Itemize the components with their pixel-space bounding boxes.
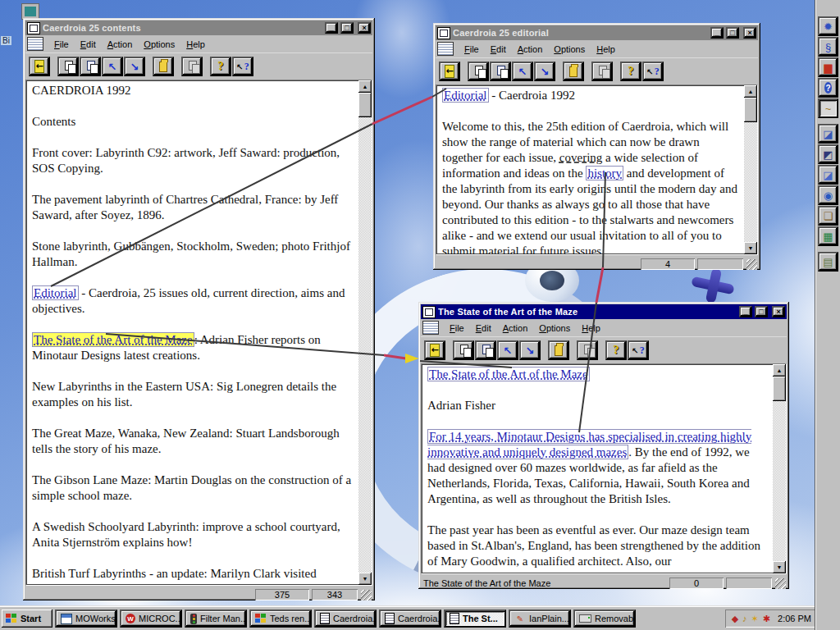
minimize-button[interactable]: _ [325, 22, 338, 34]
maximize-button[interactable]: □ [726, 27, 739, 39]
menu-help[interactable]: Help [591, 43, 621, 56]
menu-file[interactable]: File [459, 43, 485, 56]
paste-pages-button[interactable] [80, 57, 101, 76]
link-back-button[interactable]: ↖ [512, 62, 533, 81]
vertical-scrollbar[interactable]: ▲▼ [773, 364, 786, 573]
taskbar-button-microc-[interactable]: WMICROC... [120, 609, 182, 628]
title-bar[interactable]: Caerdroia 25 contents_□× [25, 21, 372, 35]
scroll-down-button[interactable]: ▼ [358, 573, 372, 585]
hyperlink[interactable]: Editorial [442, 88, 489, 103]
menu-edit[interactable]: Edit [470, 322, 497, 335]
laptop-disk-button[interactable]: ◪ [818, 124, 838, 144]
maximize-button[interactable]: □ [340, 22, 354, 34]
open-folder-button[interactable] [563, 62, 584, 81]
content-area[interactable]: CAERDROIA 1992ContentsFront cover: Labyr… [25, 80, 372, 586]
hyperlink[interactable]: history [586, 166, 623, 180]
user-agent-icon[interactable]: ✶ [751, 614, 759, 623]
hand-disk-button[interactable]: ❏ [818, 206, 838, 226]
menu-help[interactable]: Help [576, 322, 606, 335]
open-folder-button[interactable] [153, 57, 174, 76]
vertical-scrollbar[interactable]: ▲▼ [744, 85, 757, 254]
menu-options[interactable]: Options [138, 38, 180, 51]
close-button[interactable]: × [772, 306, 785, 317]
hyperlink[interactable]: The State of the Art of the Maze [32, 332, 194, 347]
close-button[interactable]: × [743, 27, 756, 39]
start-button[interactable]: Start [2, 609, 52, 628]
open-folder-button[interactable] [548, 340, 569, 360]
copy-pages-button[interactable] [57, 57, 79, 76]
bug-button[interactable]: ✹ [818, 16, 838, 36]
help-button[interactable]: ? [210, 57, 231, 76]
link-forward-button[interactable]: ↘ [534, 62, 555, 81]
resize-grip[interactable] [361, 590, 372, 600]
paste-pages-button[interactable] [475, 340, 496, 360]
monitor-cd-button[interactable]: ◉ [818, 185, 838, 205]
exit-door-button[interactable]: ← [439, 62, 460, 81]
copy-pages-button[interactable] [468, 62, 489, 81]
scrollbar-thumb[interactable] [744, 98, 757, 122]
copy-doc-button[interactable] [181, 57, 203, 76]
scroll-down-button[interactable]: ▼ [744, 242, 757, 254]
menu-options[interactable]: Options [533, 322, 576, 335]
binder-clip-button[interactable]: § [818, 37, 838, 57]
context-help-button[interactable]: ? [642, 62, 664, 81]
taskbar-button-caerdroia-[interactable]: Caerdroia... [379, 609, 441, 628]
clock[interactable]: 2:06 PM [778, 614, 811, 623]
hyperlink[interactable]: The State of the Art of the Maze [427, 367, 590, 381]
maximize-button[interactable]: □ [755, 306, 768, 317]
hyperlink[interactable]: Editorial [32, 285, 79, 300]
link-back-button[interactable]: ↖ [102, 57, 123, 76]
copy-doc-button[interactable] [591, 62, 613, 81]
link-forward-button[interactable]: ↘ [124, 57, 145, 76]
exit-door-button[interactable]: ← [29, 57, 50, 76]
resize-grip[interactable] [775, 578, 786, 589]
title-bar[interactable]: Caerdroia 25 editorial_□× [436, 25, 758, 40]
hyperlink[interactable]: covering [559, 151, 602, 164]
laptop-save-button[interactable]: ◪ [818, 165, 838, 185]
title-bar[interactable]: The State of the Art of the Maze_□× [421, 304, 787, 319]
taskbar-button-removab-[interactable]: Removab... [573, 609, 636, 628]
antivirus-shield-icon[interactable]: ◆ [732, 614, 738, 623]
vertical-scrollbar[interactable]: ▲▼ [358, 80, 372, 585]
scrollbar-thumb[interactable] [773, 377, 786, 401]
content-area[interactable]: Editorial - Caerdroia 1992Welcome to thi… [436, 84, 758, 255]
pda-button[interactable]: ▤ [818, 252, 838, 272]
help-button[interactable]: ? [605, 340, 627, 360]
context-help-button[interactable]: ? [232, 57, 253, 76]
taskbar-button-ianplain-[interactable]: ✎IanPlain... [509, 609, 571, 628]
paste-pages-button[interactable] [490, 62, 511, 81]
menu-options[interactable]: Options [548, 43, 591, 56]
help-button[interactable]: ? [620, 62, 641, 81]
taskbar-button-the-st-[interactable]: The St... [444, 609, 506, 628]
link-back-button[interactable]: ↖ [497, 340, 518, 360]
menu-edit[interactable]: Edit [75, 38, 102, 51]
volume-icon[interactable]: ♪ [742, 614, 747, 623]
minimize-button[interactable]: _ [710, 27, 724, 39]
content-area[interactable]: The State of the Art of the MazeAdrian F… [421, 363, 787, 574]
cable-snake-button[interactable]: ~ [818, 98, 838, 118]
menu-file[interactable]: File [48, 38, 75, 51]
menu-action[interactable]: Action [512, 43, 549, 56]
virus-scanner-icon[interactable]: ✱ [763, 614, 770, 623]
person-question-button[interactable]: ? [818, 78, 838, 98]
taskbar-button-teds-ren-[interactable]: Teds ren... [249, 609, 312, 628]
scroll-up-button[interactable]: ▲ [358, 80, 372, 93]
copy-doc-button[interactable] [577, 340, 598, 360]
copy-pages-button[interactable] [453, 340, 474, 360]
taskbar-button-moworks[interactable]: MOWorks [55, 609, 117, 628]
menu-help[interactable]: Help [180, 38, 211, 51]
resize-grip[interactable] [746, 259, 757, 270]
scroll-up-button[interactable]: ▲ [744, 85, 757, 98]
context-help-button[interactable]: ? [628, 340, 649, 360]
taskbar-button-filter-man-[interactable]: Filter Man... [185, 609, 247, 628]
scrollbar-thumb[interactable] [358, 93, 372, 117]
link-forward-button[interactable]: ↘ [519, 340, 541, 360]
menu-action[interactable]: Action [497, 322, 534, 335]
taskbar-button-caerdroia-[interactable]: Caerdroia... [314, 609, 377, 628]
menu-file[interactable]: File [444, 322, 470, 335]
close-button[interactable]: × [358, 22, 371, 34]
desktop-icon-partial[interactable] [21, 3, 39, 20]
scroll-up-button[interactable]: ▲ [773, 364, 786, 377]
menu-edit[interactable]: Edit [485, 43, 512, 56]
handheld-button[interactable]: ▦ [818, 226, 838, 246]
